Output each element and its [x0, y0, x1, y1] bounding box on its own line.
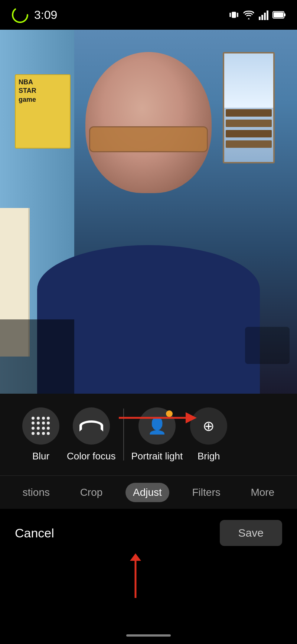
- brightness-label: Brigh: [198, 451, 220, 462]
- circle-icon: [11, 6, 29, 24]
- horizontal-arrow-annotation: [115, 409, 197, 427]
- bottom-area: [0, 547, 297, 644]
- svg-marker-14: [130, 553, 141, 561]
- wifi-icon: [243, 10, 255, 20]
- svg-rect-2: [229, 13, 231, 17]
- poster-text: NBASTARgame: [16, 75, 70, 107]
- person-head: [85, 52, 212, 193]
- tab-filters[interactable]: Filters: [185, 483, 228, 502]
- svg-point-0: [13, 7, 27, 22]
- signal-icon: [258, 10, 269, 20]
- svg-rect-4: [259, 17, 261, 20]
- battery-icon: [272, 11, 286, 19]
- svg-rect-3: [237, 13, 238, 17]
- svg-rect-10: [284, 13, 285, 16]
- save-button[interactable]: Save: [220, 520, 282, 546]
- photo-background: NBASTARgame: [0, 30, 297, 394]
- tab-more[interactable]: More: [243, 483, 282, 502]
- cancel-button[interactable]: Cancel: [15, 526, 54, 540]
- photo-area: NBASTARgame: [0, 30, 297, 394]
- tab-bar: stions Crop Adjust Filters More: [0, 475, 297, 509]
- poster: NBASTARgame: [15, 74, 71, 149]
- status-time: 3:09: [34, 8, 57, 22]
- svg-rect-7: [267, 10, 268, 20]
- portrait-light-label: Portrait light: [131, 451, 183, 462]
- blur-tool-circle: [22, 407, 59, 445]
- svg-marker-12: [186, 412, 197, 423]
- svg-rect-5: [261, 15, 263, 20]
- vertical-arrow-annotation: [126, 553, 145, 602]
- status-left: 3:09: [11, 6, 57, 24]
- tab-suggestions[interactable]: stions: [15, 483, 57, 502]
- tab-crop[interactable]: Crop: [73, 483, 110, 502]
- home-indicator: [126, 634, 171, 637]
- vibrate-icon: [229, 10, 239, 20]
- color-focus-circle: [73, 407, 110, 445]
- blur-tool[interactable]: Blur: [22, 407, 59, 462]
- blur-icon: [32, 417, 50, 435]
- glasses: [89, 126, 208, 152]
- brightness-icon: ⊕: [203, 418, 215, 434]
- status-icons: [229, 10, 286, 20]
- svg-rect-9: [274, 12, 283, 17]
- color-focus-icon: [79, 420, 103, 432]
- svg-rect-6: [264, 13, 266, 20]
- tab-adjust[interactable]: Adjust: [125, 483, 169, 502]
- color-focus-label: Color focus: [67, 451, 116, 462]
- color-focus-tool[interactable]: Color focus: [67, 407, 116, 462]
- status-bar: 3:09: [0, 0, 297, 30]
- blur-label: Blur: [32, 451, 49, 462]
- svg-rect-1: [232, 12, 236, 18]
- tools-panel: Blur Color focus 👤 Portrait light ⊕ B: [0, 394, 297, 475]
- window: [223, 52, 275, 163]
